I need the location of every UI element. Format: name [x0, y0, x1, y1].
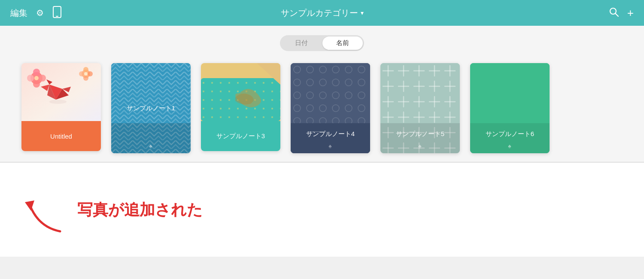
annotation-arrow-icon: [21, 184, 69, 236]
note-card-label-untitled: Untitled: [21, 121, 101, 151]
annotation-text: 写真が追加された: [77, 200, 203, 221]
svg-point-16: [33, 81, 40, 88]
header-center: サンプルカテゴリー ▾: [281, 7, 364, 19]
app-header: 編集 ⚙ サンプルカテゴリー ▾ +: [0, 0, 644, 26]
svg-point-23: [84, 72, 88, 76]
svg-text:♠: ♠: [508, 143, 511, 149]
category-dropdown-icon[interactable]: ▾: [361, 9, 364, 16]
svg-text:♠: ♠: [149, 143, 152, 149]
note-card-3-image: [201, 63, 280, 121]
sort-bar: 日付 名前: [0, 26, 644, 59]
sort-by-name-tab[interactable]: 名前: [322, 36, 363, 50]
note-card-6-body: ♠ サンプルノート6: [470, 63, 550, 153]
svg-text:♠: ♠: [328, 143, 332, 149]
note-card-1-body: ♠ サンプルノート1: [111, 63, 191, 153]
header-left-controls: 編集 ⚙: [10, 6, 62, 20]
note-card-1-label: サンプルノート1: [122, 104, 179, 112]
note-card-3[interactable]: サンプルノート3: [201, 63, 280, 151]
device-icon[interactable]: [52, 6, 62, 20]
notes-grid: Untitled ♠ サンプルノート1: [0, 59, 644, 162]
note-card-4[interactable]: ♠ サンプルノート4: [291, 63, 370, 153]
svg-marker-50: [25, 200, 34, 211]
note-card-4-label: サンプルノート4: [302, 130, 359, 138]
search-icon[interactable]: [609, 7, 619, 19]
svg-point-20: [88, 71, 93, 76]
svg-point-14: [27, 75, 34, 82]
category-title[interactable]: サンプルカテゴリー: [281, 7, 358, 19]
svg-point-24: [49, 100, 67, 104]
edit-button[interactable]: 編集: [10, 7, 27, 19]
annotation-area: 写真が追加された: [0, 162, 644, 257]
note-card-1[interactable]: ♠ サンプルノート1: [111, 63, 191, 153]
note-card-5-body: ♠ サンプルノート5: [380, 63, 460, 153]
note-card-6-label: サンプルノート6: [481, 130, 538, 138]
sort-tabs: 日付 名前: [280, 35, 364, 51]
note-card-4-body: ♠ サンプルノート4: [291, 63, 370, 153]
note-card-6[interactable]: ♠ サンプルノート6: [470, 63, 550, 153]
note-card-image-untitled: [21, 63, 101, 121]
svg-point-17: [34, 76, 39, 80]
annotation-group: 写真が追加された: [21, 184, 203, 236]
svg-point-15: [39, 75, 46, 82]
svg-point-19: [83, 67, 88, 72]
header-right-controls: +: [609, 6, 634, 20]
note-card-5[interactable]: ♠ サンプルノート5: [380, 63, 460, 153]
svg-point-21: [79, 71, 84, 76]
note-card-3-label: サンプルノート3: [201, 121, 280, 151]
svg-point-22: [83, 76, 88, 81]
svg-point-13: [33, 69, 40, 76]
svg-line-3: [615, 13, 618, 16]
sort-by-date-tab[interactable]: 日付: [281, 36, 322, 50]
svg-text:♠: ♠: [418, 143, 422, 149]
svg-rect-37: [291, 63, 370, 123]
note-card-5-label: サンプルノート5: [392, 130, 449, 138]
settings-icon[interactable]: ⚙: [36, 8, 44, 18]
note-card-untitled[interactable]: Untitled: [21, 63, 101, 151]
add-button[interactable]: +: [627, 6, 634, 20]
